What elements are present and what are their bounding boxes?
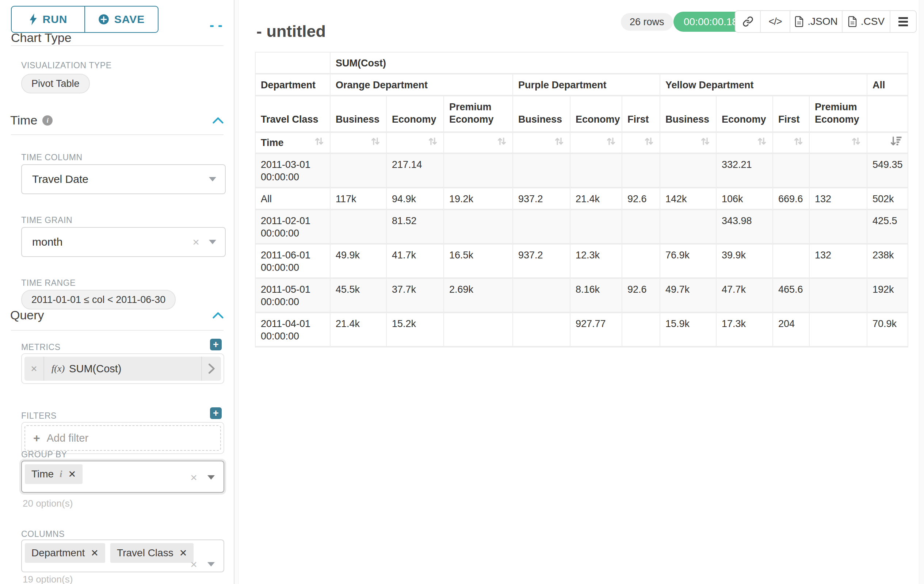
hamburger-menu-icon: [898, 17, 908, 26]
metric-pill[interactable]: × f(x) SUM(Cost): [25, 357, 221, 381]
sort-column-header: [810, 133, 867, 154]
pivot-value-cell: 92.6: [622, 279, 660, 313]
divider: [11, 134, 223, 135]
info-icon[interactable]: i: [59, 469, 62, 480]
caret-down-icon[interactable]: [208, 475, 215, 480]
time-grain-select[interactable]: month ×: [21, 227, 226, 257]
info-icon[interactable]: i: [42, 115, 53, 125]
sort-column-button[interactable]: [700, 136, 711, 150]
clear-icon[interactable]: ×: [193, 236, 200, 248]
column-leaf-header: Business: [513, 96, 571, 133]
pivot-value-cell: 39.9k: [716, 245, 773, 279]
pivot-value-cell: 47.7k: [716, 279, 773, 313]
visualization-type-pill[interactable]: Pivot Table: [21, 74, 90, 94]
pivot-value-cell: 19.2k: [444, 188, 513, 210]
sort-column-button[interactable]: [644, 136, 655, 150]
share-link-button[interactable]: [736, 11, 760, 32]
row-label: All: [256, 188, 330, 210]
sort-icon: [314, 136, 325, 147]
column-leaf-header: Economy: [387, 96, 444, 133]
remove-chip-icon[interactable]: ✕: [68, 469, 76, 479]
pivot-value-cell: [571, 210, 622, 245]
sort-column-header: [716, 133, 773, 154]
time-column-select[interactable]: Travel Date: [21, 164, 226, 194]
pivot-value-cell: 8.16k: [571, 279, 622, 313]
sort-column-button[interactable]: [793, 136, 804, 150]
chevron-up-icon[interactable]: [213, 117, 223, 124]
pivot-value-cell: 21.4k: [571, 188, 622, 210]
groupby-options-hint: 20 option(s): [23, 498, 73, 509]
pivot-row: 2011-03-01 00:00:00217.14332.21549.35: [256, 154, 908, 188]
file-icon: [848, 16, 857, 27]
pivot-value-cell: 117k: [330, 188, 387, 210]
row-dimension-label: Time: [261, 137, 284, 149]
column-dimension-label: Department: [256, 74, 330, 96]
pivot-row: 2011-04-01 00:00:0021.4k15.2k927.7715.9k…: [256, 313, 908, 347]
sort-column-button[interactable]: [554, 136, 564, 150]
groupby-chip[interactable]: Timei✕: [25, 464, 82, 484]
sort-icon: [793, 136, 804, 147]
pivot-value-cell: [513, 154, 571, 188]
groupby-select[interactable]: Timei✕ ×: [21, 461, 224, 493]
chevron-right-icon: [208, 363, 216, 374]
export-json-button[interactable]: .JSON: [790, 11, 842, 32]
save-button[interactable]: SAVE: [84, 7, 158, 32]
pivot-value-cell: 12.3k: [571, 245, 622, 279]
pivot-tbody: 2011-03-01 00:00:00217.14332.21549.35All…: [256, 154, 908, 347]
more-options-button[interactable]: [890, 11, 916, 32]
sort-column-button[interactable]: [606, 136, 617, 150]
clear-all-icon[interactable]: ×: [190, 472, 197, 483]
caret-down-icon[interactable]: [208, 562, 215, 566]
time-range-pill[interactable]: 2011-01-01 ≤ col < 2011-06-30: [21, 290, 176, 309]
groupby-label: GROUP BY: [21, 450, 67, 459]
remove-metric-icon[interactable]: ×: [25, 357, 44, 381]
expand-metric-button[interactable]: [201, 357, 221, 381]
sort-rows-button[interactable]: [314, 136, 325, 150]
sort-column-button[interactable]: [851, 136, 861, 150]
remove-chip-icon[interactable]: ✕: [179, 548, 187, 558]
chevron-up-icon[interactable]: [213, 312, 223, 319]
sort-column-button[interactable]: [756, 136, 767, 150]
chart-type-collapse-chevron-fragment-icon[interactable]: [218, 25, 222, 27]
sort-column-button[interactable]: [427, 136, 438, 150]
export-csv-button[interactable]: .CSV: [842, 11, 890, 32]
columns-select[interactable]: Department✕Travel Class✕ ×: [21, 540, 224, 572]
sort-column-button[interactable]: [370, 136, 381, 150]
run-save-button-group: RUN SAVE: [11, 6, 158, 33]
pivot-value-cell: [810, 210, 867, 245]
add-metric-button[interactable]: +: [210, 339, 222, 350]
columns-label: COLUMNS: [21, 529, 64, 539]
time-grain-label: TIME GRAIN: [21, 216, 72, 225]
clear-all-icon[interactable]: ×: [190, 558, 197, 570]
chart-type-collapse-chevron-fragment-icon[interactable]: [210, 25, 214, 27]
pivot-value-cell: [660, 210, 716, 245]
sort-column-header: [660, 133, 716, 154]
sort-icon: [851, 136, 861, 147]
sort-icon: [644, 136, 655, 147]
sort-column-header: [867, 133, 908, 154]
metric-value: SUM(Cost): [69, 363, 121, 375]
add-filter-dropzone[interactable]: + Add filter: [25, 425, 221, 451]
sort-icon: [756, 136, 767, 147]
query-section-header: Query: [10, 308, 223, 322]
pivot-value-cell: [773, 210, 810, 245]
add-filter-plus-button[interactable]: +: [210, 407, 222, 419]
chart-title[interactable]: - untitled: [256, 22, 326, 41]
sidebar-scrollbar-gutter[interactable]: [234, 0, 239, 584]
columns-options-hint: 19 option(s): [23, 574, 73, 584]
view-query-button[interactable]: </>: [760, 11, 790, 32]
pivot-value-cell: [622, 245, 660, 279]
column-leaf-header: Business: [660, 96, 716, 133]
column-dimension-label: Travel Class: [256, 96, 330, 133]
page-scrollbar[interactable]: [919, 0, 924, 584]
remove-chip-icon[interactable]: ✕: [91, 548, 99, 558]
pivot-value-cell: 49.9k: [330, 245, 387, 279]
column-group-header: Yellow Department: [660, 74, 867, 96]
sort-column-button[interactable]: [496, 136, 507, 150]
columns-chip[interactable]: Department✕: [25, 543, 105, 563]
pivot-value-cell: 937.2: [513, 188, 571, 210]
columns-chip[interactable]: Travel Class✕: [110, 543, 193, 563]
run-button[interactable]: RUN: [12, 7, 84, 32]
sort-descending-button[interactable]: [890, 136, 903, 150]
metrics-field: × f(x) SUM(Cost): [21, 353, 224, 384]
